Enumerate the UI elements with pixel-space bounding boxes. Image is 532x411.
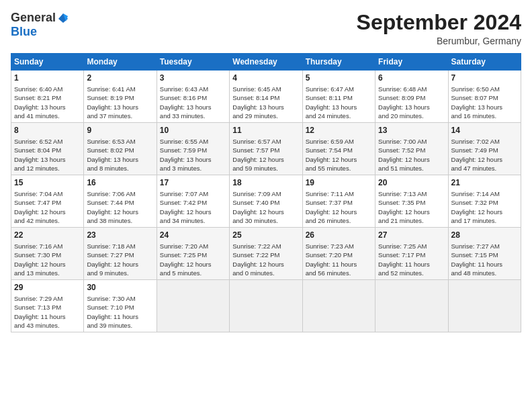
table-cell: 19Sunrise: 7:11 AMSunset: 7:37 PMDayligh… <box>302 175 375 228</box>
table-cell: 7Sunrise: 6:50 AMSunset: 8:07 PMDaylight… <box>448 71 521 123</box>
table-cell: 25Sunrise: 7:22 AMSunset: 7:22 PMDayligh… <box>230 228 302 280</box>
day-number: 8 <box>14 125 81 136</box>
table-cell: 14Sunrise: 7:02 AMSunset: 7:49 PMDayligh… <box>448 123 521 175</box>
table-cell: 21Sunrise: 7:14 AMSunset: 7:32 PMDayligh… <box>448 175 521 228</box>
col-tuesday: Tuesday <box>157 54 229 71</box>
day-number: 7 <box>451 73 518 84</box>
table-cell <box>302 280 375 332</box>
day-number: 26 <box>306 230 372 241</box>
col-sunday: Sunday <box>11 54 84 71</box>
day-number: 20 <box>378 177 445 189</box>
table-cell: 5Sunrise: 6:47 AMSunset: 8:11 PMDaylight… <box>302 71 375 123</box>
table-cell: 10Sunrise: 6:55 AMSunset: 7:59 PMDayligh… <box>157 123 229 175</box>
day-number: 18 <box>232 177 299 189</box>
table-cell: 6Sunrise: 6:48 AMSunset: 8:09 PMDaylight… <box>375 71 448 123</box>
location: Berumbur, Germany <box>357 36 521 46</box>
table-cell <box>448 280 521 332</box>
logo-icon <box>57 12 69 24</box>
header: General Blue September 2024 Berumbur, Ge… <box>11 11 521 46</box>
col-friday: Friday <box>375 54 448 71</box>
day-number: 2 <box>87 73 153 84</box>
table-cell: 12Sunrise: 6:59 AMSunset: 7:54 PMDayligh… <box>302 123 375 175</box>
table-cell: 15Sunrise: 7:04 AMSunset: 7:47 PMDayligh… <box>11 175 84 228</box>
table-cell: 2Sunrise: 6:41 AMSunset: 8:19 PMDaylight… <box>84 71 157 123</box>
day-number: 19 <box>306 177 372 189</box>
day-number: 25 <box>232 230 299 241</box>
day-number: 10 <box>160 125 226 136</box>
table-cell: 17Sunrise: 7:07 AMSunset: 7:42 PMDayligh… <box>157 175 229 228</box>
month-title: September 2024 <box>357 11 521 34</box>
day-number: 12 <box>306 125 372 136</box>
table-cell: 23Sunrise: 7:18 AMSunset: 7:27 PMDayligh… <box>84 228 157 280</box>
title-block: September 2024 Berumbur, Germany <box>357 11 521 46</box>
table-cell: 16Sunrise: 7:06 AMSunset: 7:44 PMDayligh… <box>84 175 157 228</box>
table-cell: 3Sunrise: 6:43 AMSunset: 8:16 PMDaylight… <box>157 71 229 123</box>
table-cell: 9Sunrise: 6:53 AMSunset: 8:02 PMDaylight… <box>84 123 157 175</box>
day-number: 23 <box>87 230 153 241</box>
table-cell: 30Sunrise: 7:30 AMSunset: 7:10 PMDayligh… <box>84 280 157 332</box>
table-cell: 29Sunrise: 7:29 AMSunset: 7:13 PMDayligh… <box>11 280 84 332</box>
table-cell: 4Sunrise: 6:45 AMSunset: 8:14 PMDaylight… <box>230 71 302 123</box>
day-number: 27 <box>378 230 445 241</box>
day-number: 29 <box>14 282 81 293</box>
col-monday: Monday <box>84 54 157 71</box>
day-number: 15 <box>14 177 81 189</box>
day-number: 16 <box>87 177 153 189</box>
table-cell: 8Sunrise: 6:52 AMSunset: 8:04 PMDaylight… <box>11 123 84 175</box>
day-number: 21 <box>451 177 518 189</box>
day-number: 6 <box>378 73 445 84</box>
table-cell <box>157 280 229 332</box>
table-cell: 26Sunrise: 7:23 AMSunset: 7:20 PMDayligh… <box>302 228 375 280</box>
day-number: 17 <box>160 177 226 189</box>
logo-blue-text: Blue <box>11 25 37 39</box>
day-number: 5 <box>306 73 372 84</box>
day-number: 3 <box>160 73 226 84</box>
calendar-header-row: Sunday Monday Tuesday Wednesday Thursday… <box>11 54 521 71</box>
table-cell: 24Sunrise: 7:20 AMSunset: 7:25 PMDayligh… <box>157 228 229 280</box>
day-number: 30 <box>87 282 153 293</box>
col-thursday: Thursday <box>302 54 375 71</box>
table-cell <box>375 280 448 332</box>
day-number: 28 <box>451 230 518 241</box>
table-cell: 22Sunrise: 7:16 AMSunset: 7:30 PMDayligh… <box>11 228 84 280</box>
logo: General Blue <box>11 11 69 39</box>
table-cell: 11Sunrise: 6:57 AMSunset: 7:57 PMDayligh… <box>230 123 302 175</box>
table-cell: 1Sunrise: 6:40 AMSunset: 8:21 PMDaylight… <box>11 71 84 123</box>
col-saturday: Saturday <box>448 54 521 71</box>
table-cell: 18Sunrise: 7:09 AMSunset: 7:40 PMDayligh… <box>230 175 302 228</box>
table-cell <box>230 280 302 332</box>
page: General Blue September 2024 Berumbur, Ge… <box>0 0 532 411</box>
table-cell: 27Sunrise: 7:25 AMSunset: 7:17 PMDayligh… <box>375 228 448 280</box>
day-number: 24 <box>160 230 226 241</box>
col-wednesday: Wednesday <box>230 54 302 71</box>
day-number: 11 <box>232 125 299 136</box>
day-number: 9 <box>87 125 153 136</box>
day-number: 22 <box>14 230 81 241</box>
calendar-table: Sunday Monday Tuesday Wednesday Thursday… <box>11 53 521 332</box>
table-cell: 13Sunrise: 7:00 AMSunset: 7:52 PMDayligh… <box>375 123 448 175</box>
logo-general-text: General <box>11 11 56 25</box>
day-number: 13 <box>378 125 445 136</box>
day-number: 14 <box>451 125 518 136</box>
table-cell: 28Sunrise: 7:27 AMSunset: 7:15 PMDayligh… <box>448 228 521 280</box>
table-cell: 20Sunrise: 7:13 AMSunset: 7:35 PMDayligh… <box>375 175 448 228</box>
day-number: 4 <box>232 73 299 84</box>
day-number: 1 <box>14 73 81 84</box>
